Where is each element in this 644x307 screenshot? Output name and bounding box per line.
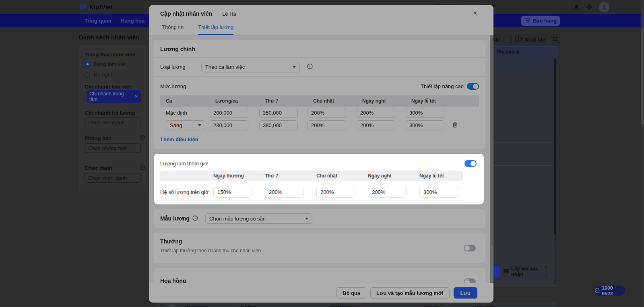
sunday-input[interactable] <box>308 120 346 130</box>
weekday-rate-input[interactable] <box>213 187 252 198</box>
barcode-icon <box>504 269 509 275</box>
day-off-input[interactable] <box>357 108 395 118</box>
tab-info[interactable]: Thông tin <box>162 24 184 35</box>
modal-tabs: Thông tin Thiết lập lương <box>162 24 233 35</box>
branch-work-input[interactable]: Chi nhánh trung tâm × <box>85 92 141 101</box>
sunday-rate-input[interactable] <box>316 187 355 198</box>
close-icon[interactable]: × <box>473 10 477 16</box>
template-label: Mẫu lương <box>160 215 192 222</box>
gear-icon[interactable] <box>586 4 592 10</box>
bell-icon[interactable] <box>573 4 580 10</box>
export-icon <box>517 36 522 43</box>
position-input[interactable]: Chọn chức danh <box>85 173 141 183</box>
add-condition-link[interactable]: Thêm điều kiện <box>160 136 198 142</box>
template-select-placeholder: Chọn mẫu lương có sẵn <box>209 216 266 222</box>
overtime-row-label: Hệ số lương trên giờ <box>160 189 209 195</box>
plus-circle-icon[interactable] <box>139 164 145 171</box>
saturday-rate-input[interactable] <box>265 187 303 198</box>
chevron-down-icon <box>293 66 296 68</box>
table-row[interactable]: NV000003 Lê Minh 0903076611 100.000 100.… <box>157 303 557 307</box>
toggle-knob <box>471 161 476 166</box>
salary-input[interactable] <box>210 108 248 118</box>
saturday-input[interactable] <box>259 108 298 118</box>
kiotviet-logo: KiotViet <box>79 2 113 12</box>
support-hotline-button[interactable]: 1900 6522 <box>594 286 625 296</box>
shift-row-morning: Sáng <box>160 119 479 132</box>
shift-name: Mặc định <box>160 110 210 116</box>
department-input[interactable]: Chọn phòng ban <box>85 143 141 153</box>
salary-type-select[interactable]: Theo ca làm việc <box>201 62 300 72</box>
get-confirm-code-button[interactable]: Lấy mã xác nhận <box>504 266 547 277</box>
info-icon[interactable] <box>192 215 198 222</box>
bonus-toggle[interactable] <box>464 245 476 251</box>
shift-select[interactable]: Sáng <box>166 120 205 130</box>
tag-remove-icon[interactable]: × <box>135 94 138 99</box>
col-sunday: Chủ nhật <box>312 173 364 179</box>
toggle-knob <box>473 84 478 89</box>
trash-icon[interactable] <box>452 122 458 129</box>
branch-tag[interactable]: Chi nhánh trung tâm × <box>87 90 140 103</box>
modal-scrollbar <box>490 35 493 283</box>
overtime-title: Lương làm thêm giờ <box>160 161 208 167</box>
modal-title: Cập nhật nhân viên <box>160 10 212 17</box>
notes-header-label: Ghi chú <box>496 49 514 55</box>
col-shift: Ca <box>160 98 210 104</box>
save-new-template-button[interactable]: Lưu và tạo mẫu lương mới <box>370 287 450 299</box>
holiday-input[interactable] <box>406 120 444 130</box>
kiotviet-logo-icon <box>79 2 87 12</box>
plus-circle-icon[interactable] <box>139 134 145 142</box>
overtime-toggle[interactable] <box>464 160 477 167</box>
page-scrollbar-thumb[interactable] <box>641 28 644 125</box>
col-day-off: Ngày nghỉ <box>364 173 415 179</box>
sell-button[interactable]: Bán hàng <box>521 16 560 26</box>
info-icon[interactable] <box>307 64 313 70</box>
employee-filter-card: Trạng thái nhân viên Đang làm việc Đã ng… <box>79 45 147 192</box>
page-title: Danh sách nhân viên <box>79 34 139 41</box>
overtime-salary-section: Lương làm thêm giờ Ngày thường Thứ 7 Chủ… <box>154 154 484 204</box>
nav-item-products[interactable]: Hàng hóa <box>121 14 144 27</box>
radio-working[interactable]: Đang làm việc <box>85 61 127 67</box>
chevron-down-icon <box>198 124 201 126</box>
salary-input[interactable] <box>210 120 248 130</box>
shift-table-header: Ca Lương/ca Thứ 7 Chủ nhật Ngày nghỉ Ngà… <box>160 95 479 107</box>
bonus-card: Thưởng Thiết lập thưởng theo doanh thu c… <box>154 233 485 263</box>
advanced-setup-label: Thiết lập nâng cao <box>421 83 464 89</box>
column-settings-button[interactable] <box>551 35 560 44</box>
shift-select-value: Sáng <box>170 122 182 128</box>
save-button[interactable]: Lưu <box>454 287 477 299</box>
modal-scrollbar-thumb[interactable] <box>491 38 493 245</box>
advanced-setup-toggle[interactable] <box>467 83 479 90</box>
radio-resigned[interactable]: Đã nghỉ <box>85 72 112 78</box>
shift-row-default: Mặc định <box>160 107 479 119</box>
day-off-rate-input[interactable] <box>368 187 407 198</box>
holiday-rate-input[interactable] <box>419 187 458 198</box>
update-employee-modal: Cập nhật nhân viên Lê Hà × Thông tin Thi… <box>149 5 493 303</box>
export-file-button[interactable]: Xuất file <box>515 35 547 44</box>
template-select[interactable]: Chọn mẫu lương có sẵn <box>205 213 312 224</box>
skip-button[interactable]: Bỏ qua <box>336 287 366 299</box>
table-scrollbar-thumb[interactable] <box>554 59 556 235</box>
salary-type-label: Loại lương <box>160 64 201 70</box>
page-scrollbar <box>641 0 644 307</box>
tab-salary-setup[interactable]: Thiết lập lương <box>198 24 233 35</box>
user-avatar-icon[interactable] <box>599 2 609 12</box>
col-salary-per-shift: Lương/ca <box>210 98 259 104</box>
row-value-2: 100.000 <box>474 304 493 307</box>
overtime-rate-row: Hệ số lương trên giờ <box>160 183 463 201</box>
day-off-input[interactable] <box>357 120 395 130</box>
position-label: Chức danh <box>85 165 112 171</box>
row-phone: 0903076611 <box>330 304 359 307</box>
col-weekday: Ngày thường <box>209 173 261 179</box>
branch-pay-input[interactable]: Chọn chi nhánh <box>85 117 141 127</box>
row-checkbox[interactable] <box>160 305 165 307</box>
holiday-input[interactable] <box>406 108 444 118</box>
saturday-input[interactable] <box>259 120 298 130</box>
table-scrollbar <box>554 58 557 285</box>
nav-item-overview[interactable]: Tổng quan <box>85 14 111 27</box>
toggle-knob <box>464 245 470 251</box>
sell-button-label: Bán hàng <box>533 18 557 24</box>
table-header-notes[interactable]: Ghi chú <box>496 49 519 55</box>
support-phone-label: 1900 6522 <box>602 285 625 297</box>
radio-unselected-icon <box>85 72 90 78</box>
sunday-input[interactable] <box>308 108 346 118</box>
